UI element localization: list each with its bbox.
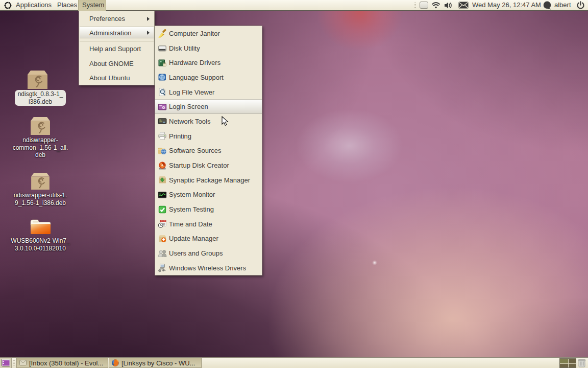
svg-text:8: 8	[163, 222, 165, 226]
